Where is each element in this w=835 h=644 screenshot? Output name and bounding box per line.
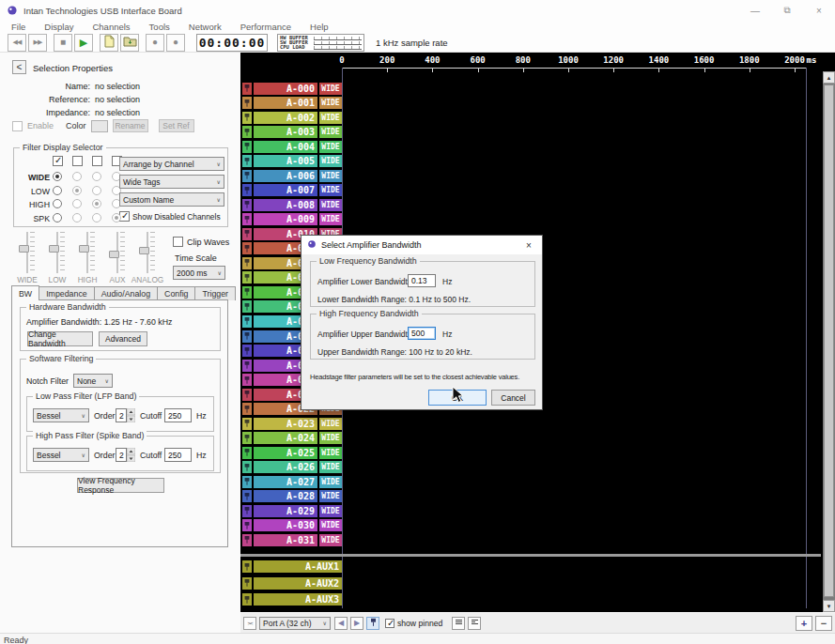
port-select[interactable]: Port A (32 ch) ∨ — [259, 617, 331, 630]
advanced-button[interactable]: Advanced — [99, 331, 147, 346]
channel-pin-icon[interactable] — [242, 228, 252, 240]
channel-pin-icon[interactable] — [242, 418, 252, 430]
scroll-down-button[interactable]: ▼ — [823, 600, 835, 612]
channel-pin-icon[interactable] — [242, 83, 252, 95]
channel-pin-icon[interactable] — [242, 345, 252, 357]
filter-radio[interactable] — [72, 186, 82, 195]
channel-label[interactable]: A-029 — [254, 505, 317, 517]
ok-button[interactable]: OK — [428, 390, 487, 406]
close-button[interactable]: × — [803, 0, 835, 21]
channel-pin-icon[interactable] — [242, 476, 252, 488]
pin-toggle-button[interactable] — [366, 617, 379, 630]
channel-pin-icon[interactable] — [242, 577, 252, 590]
menu-item-network[interactable]: Network — [179, 22, 231, 32]
show-pinned-checkbox[interactable] — [385, 619, 394, 628]
channel-pin-icon[interactable] — [242, 199, 252, 211]
time-scale-select[interactable]: 2000 ms ∨ — [173, 266, 225, 280]
menu-item-channels[interactable]: Channels — [83, 22, 139, 32]
view-frequency-response-button[interactable]: View Frequency Response — [77, 478, 164, 493]
channel-label[interactable]: A-028 — [254, 490, 317, 502]
hpf-type-select[interactable]: Bessel ∨ — [33, 448, 89, 462]
lower-bandwidth-input[interactable]: 0.13 — [408, 274, 436, 287]
minimize-button[interactable]: — — [739, 0, 771, 21]
channel-pin-icon[interactable] — [242, 560, 252, 573]
slider-thumb-low[interactable] — [49, 245, 59, 253]
scroll-up-button[interactable]: ▲ — [823, 71, 835, 84]
channel-pin-icon[interactable] — [242, 213, 252, 225]
custom-name-dropdown[interactable]: Custom Name∨ — [119, 192, 224, 207]
dialog-close-button[interactable]: × — [516, 236, 542, 254]
channel-pin-icon[interactable] — [242, 242, 252, 254]
slider-thumb-analog[interactable] — [139, 247, 149, 254]
previous-port-button[interactable]: ◀ — [334, 617, 348, 630]
menu-item-file[interactable]: File — [2, 22, 35, 32]
channel-pin-icon[interactable] — [242, 360, 252, 372]
collapse-labels-button[interactable]: >< — [243, 617, 256, 630]
channel-pin-icon[interactable] — [242, 112, 252, 124]
channel-label[interactable]: A-030 — [254, 519, 317, 531]
notch-filter-select[interactable]: None ∨ — [73, 374, 113, 388]
channel-label[interactable]: A-001 — [254, 97, 317, 109]
channel-pin-icon[interactable] — [242, 374, 252, 386]
menu-item-tools[interactable]: Tools — [140, 22, 179, 32]
triggered-record-button[interactable]: ● — [166, 34, 185, 52]
channel-pin-icon[interactable] — [242, 330, 252, 343]
channel-pin-icon[interactable] — [242, 505, 252, 517]
channel-pin-icon[interactable] — [242, 315, 252, 328]
channel-label[interactable]: A-003 — [254, 126, 317, 138]
channel-pin-icon[interactable] — [242, 593, 252, 606]
filter-column-checkbox[interactable] — [92, 156, 102, 166]
collapse-panel-button[interactable]: < — [12, 60, 26, 74]
filter-radio[interactable] — [112, 213, 121, 222]
channel-pin-icon[interactable] — [242, 126, 252, 138]
channel-pin-icon[interactable] — [242, 141, 252, 153]
channel-label[interactable]: A-031 — [254, 534, 317, 546]
dialog-title-bar[interactable]: Select Amplifier Bandwidth × — [302, 236, 542, 254]
channel-pin-icon[interactable] — [242, 389, 252, 401]
channel-label[interactable]: A-023 — [254, 418, 317, 430]
lpf-type-select[interactable]: Bessel ∨ — [33, 408, 89, 422]
zoom-in-button[interactable]: + — [796, 616, 812, 631]
arrange-dropdown[interactable]: Arrange by Channel∨ — [119, 157, 224, 171]
select-folder-button[interactable] — [120, 34, 139, 52]
enable-checkbox[interactable] — [12, 121, 23, 131]
channel-label[interactable]: A-009 — [254, 213, 317, 225]
menu-item-help[interactable]: Help — [301, 22, 338, 32]
clip-waves-checkbox[interactable] — [173, 237, 183, 247]
channel-label[interactable]: A-000 — [254, 83, 317, 95]
fast-forward-button[interactable]: ▶▶ — [28, 34, 47, 52]
channel-pin-icon[interactable] — [242, 300, 252, 313]
filter-radio[interactable] — [53, 213, 62, 222]
channel-pin-icon[interactable] — [242, 534, 252, 546]
channel-pin-icon[interactable] — [242, 286, 252, 299]
slider-thumb-aux[interactable] — [109, 251, 119, 258]
filter-radio[interactable] — [92, 172, 101, 181]
hpf-order-spinner[interactable] — [127, 448, 135, 464]
rename-button[interactable]: Rename — [113, 119, 148, 132]
zoom-out-button[interactable]: − — [815, 616, 832, 631]
upper-bandwidth-input[interactable]: 500 — [408, 327, 436, 340]
channel-label[interactable]: A-002 — [254, 112, 317, 124]
channel-pin-icon[interactable] — [242, 271, 252, 284]
label-width-button[interactable] — [452, 617, 465, 630]
filter-radio[interactable] — [92, 213, 101, 222]
tab-bw[interactable]: BW — [11, 285, 39, 300]
channel-label[interactable]: A-007 — [254, 184, 317, 196]
lpf-cutoff-input[interactable]: 250 — [164, 408, 192, 422]
channel-pin-icon[interactable] — [242, 432, 252, 444]
filter-radio[interactable] — [53, 172, 62, 181]
channel-pin-icon[interactable] — [242, 447, 252, 459]
tab-impedance[interactable]: Impedance — [39, 286, 95, 300]
channel-pin-icon[interactable] — [242, 170, 252, 182]
filter-radio[interactable] — [53, 199, 62, 208]
menu-item-display[interactable]: Display — [35, 22, 83, 32]
change-bandwidth-button[interactable]: Change Bandwidth — [27, 331, 93, 346]
channel-pin-icon[interactable] — [242, 257, 252, 269]
color-swatch[interactable] — [91, 120, 108, 132]
channel-pin-icon[interactable] — [242, 490, 252, 502]
filter-radio[interactable] — [72, 213, 82, 222]
filter-radio[interactable] — [72, 199, 82, 208]
run-button[interactable]: ▶ — [74, 34, 93, 52]
aux-channel-label[interactable]: A-AUX3 — [254, 593, 342, 606]
channel-pin-icon[interactable] — [242, 97, 252, 109]
